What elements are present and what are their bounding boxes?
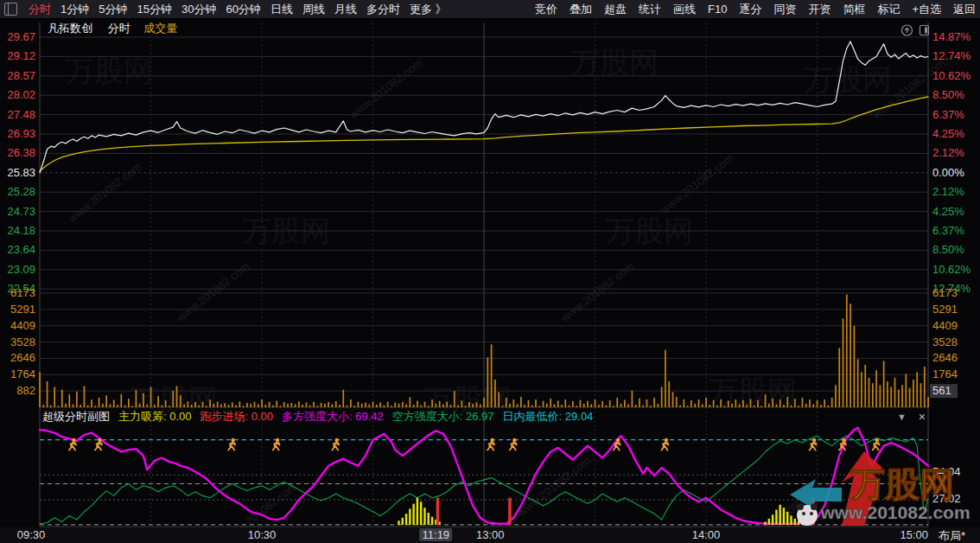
indicator-field: 日内最低价: 29.04 bbox=[503, 410, 594, 423]
axis-label: 12.74% bbox=[932, 282, 971, 295]
axis-label: 6.37% bbox=[932, 108, 964, 121]
menu-item-统计[interactable]: 统计 bbox=[639, 2, 661, 17]
menu-item-30分钟[interactable]: 30分钟 bbox=[181, 2, 216, 17]
trading-app-window: 分时1分钟5分钟15分钟30分钟60分钟日线周线月线多分时更多 》 竞价叠加超盘… bbox=[0, 0, 980, 543]
pane-up-icon[interactable] bbox=[900, 24, 913, 36]
layout-status-label[interactable]: 布局* bbox=[939, 528, 965, 543]
axis-label: 10.62% bbox=[932, 263, 971, 276]
menu-item-竞价[interactable]: 竞价 bbox=[535, 2, 557, 17]
indicator-field: 多方强度大小: 69.42 bbox=[282, 410, 384, 423]
axis-label: 14.87% bbox=[932, 30, 971, 43]
axis-label: 4.25% bbox=[932, 127, 964, 140]
faint-watermark-logo: 万股网 bbox=[605, 212, 693, 252]
runner-icon bbox=[273, 438, 280, 450]
menu-item-返回[interactable]: 返回 bbox=[953, 2, 976, 17]
axis-label: 54.04 bbox=[932, 465, 961, 478]
menu-item-逐分[interactable]: 逐分 bbox=[739, 2, 761, 17]
axis-label: 6.37% bbox=[932, 224, 964, 237]
menu-item-60分钟[interactable]: 60分钟 bbox=[226, 2, 260, 17]
faint-watermark-text: www.201082.com bbox=[347, 56, 424, 121]
indicator-dropdown-icon[interactable]: ▼ bbox=[897, 412, 907, 422]
axis-label: 28.57 bbox=[7, 69, 35, 82]
stock-name: 凡拓数创 bbox=[48, 22, 92, 35]
period-menu: 分时1分钟5分钟15分钟30分钟60分钟日线周线月线多分时更多 》 bbox=[4, 2, 447, 17]
axis-label: 23.64 bbox=[7, 243, 35, 256]
indicator-title[interactable]: 超级分时副图 bbox=[42, 409, 110, 425]
watermark-teal-arrow-icon bbox=[790, 479, 842, 510]
axis-label: 27.48 bbox=[7, 108, 35, 121]
menu-item-F10[interactable]: F10 bbox=[708, 3, 727, 16]
faint-watermark-logo: 万股网 bbox=[570, 43, 659, 83]
menu-item-5分钟[interactable]: 5分钟 bbox=[99, 2, 127, 17]
menu-item-标记[interactable]: 标记 bbox=[877, 2, 900, 17]
axis-label: 1764 bbox=[10, 367, 35, 380]
menu-item-月线[interactable]: 月线 bbox=[334, 2, 357, 17]
axis-label: 24.73 bbox=[7, 205, 35, 218]
runner-icon bbox=[510, 438, 517, 450]
axis-label: 2646 bbox=[932, 351, 958, 364]
axis-label: 29.67 bbox=[7, 30, 35, 43]
faint-watermark-text: www.201082.com bbox=[658, 151, 735, 216]
time-label-14:00: 14:00 bbox=[692, 528, 721, 541]
faint-watermark-text: www.201082.com bbox=[558, 259, 636, 324]
runner-icon bbox=[873, 438, 880, 450]
indicator-field: 主力吸筹: 0.00 bbox=[118, 410, 192, 423]
time-axis: 布局* 09:3010:3011:1913:0014:0015:00 bbox=[0, 527, 980, 543]
chart-title: 凡拓数创 分时 成交量 bbox=[48, 21, 177, 36]
menu-item-15分钟[interactable]: 15分钟 bbox=[137, 2, 171, 17]
axis-label: 26.93 bbox=[7, 127, 35, 140]
volume-pane-label[interactable]: 成交量 bbox=[143, 22, 177, 35]
axis-label: 4409 bbox=[932, 319, 958, 332]
menu-item-开资[interactable]: 开资 bbox=[808, 2, 830, 17]
runner-icon bbox=[810, 438, 817, 450]
axis-label: 3528 bbox=[10, 335, 35, 348]
axis-label: 561 bbox=[932, 384, 951, 397]
axis-label: 2.12% bbox=[932, 146, 964, 159]
menu-item-+自选[interactable]: +自选 bbox=[912, 2, 941, 17]
tools-menu: 竞价叠加超盘统计画线F10逐分同资开资简框标记+自选返回 bbox=[535, 2, 976, 17]
layout-toggle-icon[interactable] bbox=[4, 3, 17, 16]
axis-label: 27.02 bbox=[932, 492, 961, 505]
faint-watermark-text: www.201082.com bbox=[66, 160, 143, 225]
axis-label: 28.02 bbox=[7, 88, 35, 101]
menu-item-日线[interactable]: 日线 bbox=[270, 2, 293, 17]
time-label-15:00: 15:00 bbox=[900, 528, 928, 541]
runner-icon bbox=[69, 438, 76, 450]
site-watermark: 万股网 www.201082.com bbox=[774, 443, 973, 529]
axis-label: 10.62% bbox=[932, 69, 971, 82]
axis-label: 8.50% bbox=[932, 243, 964, 256]
indicator-close-icon[interactable]: × bbox=[919, 412, 926, 422]
menu-item-画线[interactable]: 画线 bbox=[673, 2, 696, 17]
time-label-11:19: 11:19 bbox=[420, 528, 453, 541]
menu-item-叠加[interactable]: 叠加 bbox=[570, 2, 592, 17]
axis-label: 12.74% bbox=[932, 49, 971, 62]
runner-icon bbox=[332, 438, 339, 450]
faint-watermark-logo: 万股网 bbox=[242, 212, 330, 252]
menu-item-同资[interactable]: 同资 bbox=[773, 2, 796, 17]
menu-item-分时[interactable]: 分时 bbox=[29, 2, 51, 17]
menu-item-多分时[interactable]: 多分时 bbox=[366, 2, 400, 17]
menu-item-超盘[interactable]: 超盘 bbox=[604, 2, 627, 17]
axis-label: 6173 bbox=[10, 286, 35, 299]
faint-watermark-text: www.201082.com bbox=[174, 259, 251, 324]
axis-label: 5291 bbox=[932, 303, 958, 316]
menu-item-1分钟[interactable]: 1分钟 bbox=[60, 2, 89, 17]
axis-label: 8.50% bbox=[932, 88, 964, 101]
menu-item-简框[interactable]: 简框 bbox=[843, 2, 865, 17]
time-label-13:00: 13:00 bbox=[476, 528, 505, 541]
period-label[interactable]: 分时 bbox=[108, 22, 130, 35]
axis-label: 25.28 bbox=[7, 185, 35, 198]
axis-label: 25.83 bbox=[7, 166, 35, 179]
axis-label: 22.54 bbox=[7, 282, 35, 295]
axis-label: 882 bbox=[16, 384, 35, 397]
runner-icon bbox=[228, 438, 235, 450]
menu-item-更多 》[interactable]: 更多 》 bbox=[410, 2, 447, 17]
axis-label: 2646 bbox=[10, 351, 35, 364]
axis-label: 0.00% bbox=[932, 166, 964, 179]
axis-label: 5291 bbox=[10, 303, 35, 316]
pane-window-icon[interactable] bbox=[918, 24, 931, 36]
faint-watermark-logo: 万股网 bbox=[709, 372, 797, 412]
menu-item-周线[interactable]: 周线 bbox=[302, 2, 325, 17]
top-menubar: 分时1分钟5分钟15分钟30分钟60分钟日线周线月线多分时更多 》 竞价叠加超盘… bbox=[0, 0, 980, 19]
axis-label: 1764 bbox=[932, 367, 958, 380]
